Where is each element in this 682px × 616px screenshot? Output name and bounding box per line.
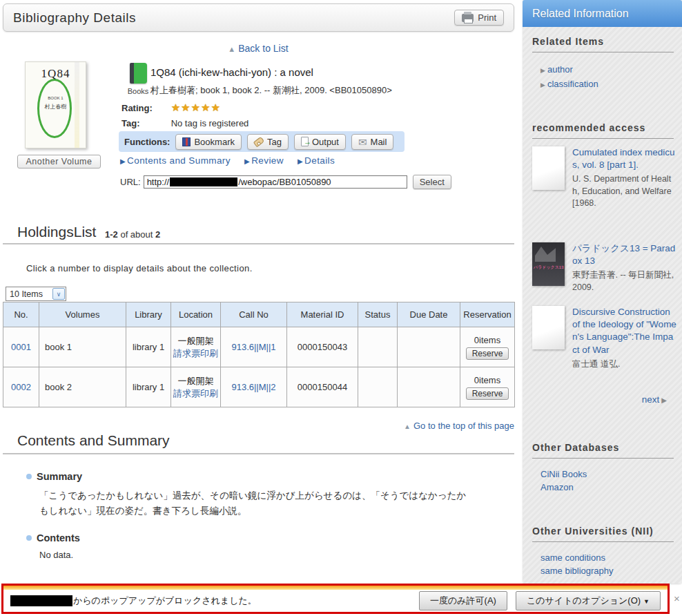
tag-button[interactable]: Tag bbox=[247, 134, 289, 150]
holding-location: 一般開架 請求票印刷 bbox=[171, 327, 221, 367]
holding-status bbox=[358, 327, 398, 367]
holding-volumes: book 1 bbox=[39, 327, 126, 367]
tag-row: Tag: No tag is registered bbox=[121, 118, 249, 128]
related-link-label[interactable]: classification bbox=[547, 79, 598, 89]
go-to-top-link[interactable]: Go to the top of this page bbox=[413, 421, 514, 431]
table-header-row: No. Volumes Library Location Call No Mat… bbox=[3, 302, 515, 327]
thumbnail-title: パラドックス13 bbox=[534, 264, 564, 271]
holding-volumes: book 2 bbox=[39, 367, 126, 407]
next-link[interactable]: next bbox=[642, 394, 660, 405]
holdings-instruction: Click a number to display details about … bbox=[26, 263, 253, 273]
triangle-up-icon: ▲ bbox=[228, 45, 235, 53]
contents-heading: Contents bbox=[26, 532, 80, 543]
recommended-item: Cumulated index medicus, vol. 8 [part 1]… bbox=[532, 146, 677, 209]
other-databases-links: CiNii Books Amazon bbox=[540, 468, 587, 494]
tag-value: No tag is registered bbox=[171, 118, 249, 128]
rating-label: Rating: bbox=[121, 103, 168, 113]
print-button-label: Print bbox=[478, 12, 496, 23]
amazon-link[interactable]: Amazon bbox=[540, 482, 574, 492]
functions-bar: Functions: Bookmark Tag → Output ✉ Mail bbox=[119, 131, 405, 152]
holding-library: library 1 bbox=[126, 327, 171, 367]
related-items-heading: Related Items bbox=[532, 36, 674, 52]
material-type-label: Books bbox=[124, 87, 152, 95]
holding-library: library 1 bbox=[126, 367, 171, 407]
close-icon[interactable]: × bbox=[674, 593, 680, 604]
holdings-count: 1-2 of about 2 bbox=[105, 229, 160, 240]
col-due-date: Due Date bbox=[398, 302, 460, 327]
bibliography-byline: 村上春樹著; book 1, book 2. -- 新潮社, 2009. <BB… bbox=[150, 84, 392, 97]
call-no-link[interactable]: 913.6||M||2 bbox=[231, 382, 275, 392]
recommended-item-link[interactable]: Discursive Construction of the Ideology … bbox=[572, 306, 677, 356]
holding-due-date bbox=[398, 327, 460, 367]
call-no-link[interactable]: 913.6||M||1 bbox=[231, 342, 275, 352]
holding-location: 一般開架 請求票印刷 bbox=[171, 367, 221, 407]
col-no: No. bbox=[3, 302, 39, 327]
book-cover-image[interactable]: 1Q84 BOOK 1 村上春樹 bbox=[25, 61, 86, 148]
recommended-item-link[interactable]: Cumulated index medicus, vol. 8 [part 1]… bbox=[572, 146, 677, 171]
holdings-range: 1-2 bbox=[105, 229, 118, 240]
book-thumbnail[interactable]: パラドックス13 bbox=[532, 242, 565, 286]
recommended-item-link[interactable]: パラドックス13 = Paradox 13 bbox=[572, 242, 677, 267]
go-to-top: ▲Go to the top of this page bbox=[3, 421, 514, 431]
jump-link-review[interactable]: ▶Review bbox=[244, 155, 284, 166]
items-per-page-select[interactable]: 10 Items ∨ bbox=[6, 287, 66, 301]
col-reservation: Reservation bbox=[460, 302, 515, 327]
holdings-list-title: HoldingsList bbox=[17, 224, 96, 240]
arrow-right-icon: ▶ bbox=[661, 396, 667, 404]
popup-blocked-message: からのポップアップがブロックされました。 bbox=[73, 595, 257, 607]
recommended-item-desc: 東野圭吾著. -- 毎日新聞社, 2009. bbox=[572, 269, 677, 293]
jump-link-contents-and-summary[interactable]: ▶Contents and Summary bbox=[120, 155, 231, 166]
page: Bibliography Details Print ▲Back to List… bbox=[0, 0, 682, 616]
url-prefix: http:// bbox=[147, 177, 170, 187]
page-header: Bibliography Details Print bbox=[3, 3, 514, 32]
rating-stars[interactable]: ★★★★★ bbox=[171, 102, 221, 113]
contents-summary-title: Contents and Summary bbox=[17, 432, 170, 449]
recommended-item: パラドックス13 パラドックス13 = Paradox 13 東野圭吾著. --… bbox=[532, 242, 677, 293]
col-location: Location bbox=[171, 302, 221, 327]
table-row: 0002 book 2 library 1 一般開架 請求票印刷 913.6||… bbox=[3, 367, 515, 407]
rating-row: Rating: ★★★★★ bbox=[121, 102, 221, 114]
cinii-books-link[interactable]: CiNii Books bbox=[540, 469, 587, 479]
holding-material-id: 0000150043 bbox=[287, 327, 358, 367]
reservation-count: 0items bbox=[474, 375, 500, 385]
related-link-label[interactable]: author bbox=[547, 64, 573, 75]
col-library: Library bbox=[126, 302, 171, 327]
bookmark-icon bbox=[182, 137, 191, 146]
mail-button[interactable]: ✉ Mail bbox=[351, 134, 393, 150]
divider bbox=[3, 243, 514, 244]
allow-once-button[interactable]: 一度のみ許可(A) bbox=[419, 591, 507, 610]
site-options-button[interactable]: このサイトのオプション(O)▼ bbox=[516, 591, 661, 610]
another-volume-button[interactable]: Another Volume bbox=[17, 155, 101, 169]
holding-no-link[interactable]: 0002 bbox=[11, 382, 31, 392]
call-slip-print-link[interactable]: 請求票印刷 bbox=[173, 387, 218, 400]
mail-button-label: Mail bbox=[371, 137, 387, 147]
bookmark-button[interactable]: Bookmark bbox=[175, 134, 242, 150]
related-information-panel: Related Information Related Items ▶autho… bbox=[523, 0, 682, 584]
url-input[interactable]: http:///webopac/BB01050890 bbox=[144, 175, 407, 189]
col-call-no: Call No bbox=[221, 302, 287, 327]
jump-link-label: Contents and Summary bbox=[127, 155, 231, 166]
same-conditions-link[interactable]: same conditions bbox=[540, 552, 605, 563]
call-slip-print-link[interactable]: 請求票印刷 bbox=[173, 347, 218, 360]
reserve-button[interactable]: Reserve bbox=[466, 387, 509, 400]
related-link-author[interactable]: ▶author bbox=[540, 63, 598, 77]
output-arrow-icon: → bbox=[304, 138, 311, 146]
reservation-count: 0items bbox=[474, 335, 500, 345]
url-suffix: /webopac/BB01050890 bbox=[238, 177, 331, 187]
arrow-right-icon: ▶ bbox=[298, 157, 303, 165]
arrow-right-icon: ▶ bbox=[244, 157, 250, 165]
select-button[interactable]: Select bbox=[413, 175, 451, 189]
same-bibliography-link[interactable]: same bibliography bbox=[540, 566, 614, 576]
print-button[interactable]: Print bbox=[454, 10, 504, 26]
other-universities-links: same conditions same bibliography bbox=[540, 551, 614, 577]
book-thumbnail[interactable] bbox=[532, 306, 565, 349]
holding-no-link[interactable]: 0001 bbox=[11, 342, 31, 352]
jump-link-details[interactable]: ▶Details bbox=[298, 155, 335, 166]
url-row: URL: http:///webopac/BB01050890 Select bbox=[120, 175, 451, 189]
book-thumbnail[interactable] bbox=[532, 146, 565, 190]
related-link-classification[interactable]: ▶classification bbox=[540, 77, 598, 92]
output-button[interactable]: → Output bbox=[294, 134, 346, 150]
reserve-button[interactable]: Reserve bbox=[466, 347, 509, 360]
holding-status bbox=[358, 367, 398, 407]
back-to-list-link[interactable]: Back to List bbox=[238, 43, 288, 54]
